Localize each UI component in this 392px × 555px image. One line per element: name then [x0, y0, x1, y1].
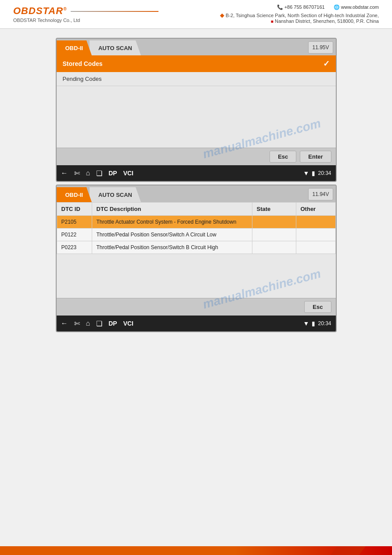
check-icon: ✓	[323, 59, 330, 69]
col-header-dtc-id: DTC ID	[57, 203, 92, 216]
battery-icon-2: ▮	[312, 320, 315, 327]
dtc-desc-cell: Throttle/Pedal Position Sensor/Switch B …	[92, 241, 252, 254]
dtc-id-cell: P0122	[57, 229, 92, 241]
clock-1: 20:34	[318, 170, 331, 176]
home-icon-1[interactable]: ⌂	[86, 169, 90, 177]
action-bar-1: Esc Enter	[57, 148, 336, 165]
col-header-state: State	[252, 203, 296, 216]
col-header-other: Other	[296, 203, 335, 216]
copy-icon-2[interactable]: ❏	[96, 319, 102, 328]
voltage-display-1: 11.95V	[308, 41, 333, 54]
screens-container: OBD-II AUTO SCAN 11.95V Stored Codes ✓ P…	[56, 38, 337, 335]
back-icon-1[interactable]: ←	[61, 169, 68, 177]
battery-icon-1: ▮	[312, 170, 315, 177]
col-header-description: DTC Description	[92, 203, 252, 216]
dtc-state-cell	[252, 241, 296, 254]
website-info: 🌐 www.obdstar.com	[334, 4, 379, 10]
table-row[interactable]: P2105 Throttle Actuator Control System -…	[57, 216, 335, 229]
clock-2: 20:34	[318, 320, 331, 326]
stored-codes-header: Stored Codes ✓	[57, 55, 336, 72]
pending-codes-label: Pending Codes	[57, 72, 336, 86]
screen1: OBD-II AUTO SCAN 11.95V Stored Codes ✓ P…	[56, 38, 337, 182]
table-row[interactable]: P0223 Throttle/Pedal Position Sensor/Swi…	[57, 241, 335, 254]
wifi-icon-2: ▼	[303, 320, 309, 327]
dp-icon-2[interactable]: DP	[108, 320, 117, 327]
vci-icon-2[interactable]: VCI	[123, 320, 133, 327]
tab-obd2-2[interactable]: OBD-II	[57, 187, 92, 202]
back-icon-2[interactable]: ←	[61, 319, 68, 327]
tab-bar-2: OBD-II AUTO SCAN 11.94V	[57, 185, 336, 202]
header-left: OBDSTAR® OBDSTAR Technology Co., Ltd	[13, 5, 158, 23]
tab-autoscan-2[interactable]: AUTO SCAN	[90, 187, 141, 202]
dp-icon-1[interactable]: DP	[108, 170, 117, 177]
screen2: OBD-II AUTO SCAN 11.94V DTC ID DTC Descr…	[56, 185, 337, 332]
logo-text: OBDSTAR®	[13, 5, 67, 17]
header-contact: 📞 +86 755 86707161 🌐 www.obdstar.com	[220, 4, 379, 10]
enter-button-1[interactable]: Enter	[300, 151, 331, 163]
tab-bar-1: OBD-II AUTO SCAN 11.95V	[57, 39, 336, 55]
esc-button-2[interactable]: Esc	[304, 301, 331, 313]
dtc-id-cell: P0223	[57, 241, 92, 254]
dtc-id-cell: P2105	[57, 216, 92, 229]
logo-area: OBDSTAR®	[13, 5, 158, 17]
dtc-table: DTC ID DTC Description State Other P2105…	[57, 202, 336, 254]
table-row[interactable]: P0122 Throttle/Pedal Position Sensor/Swi…	[57, 229, 335, 241]
scissor-icon-1[interactable]: ✄	[74, 169, 80, 178]
dtc-desc-cell: Throttle Actuator Control System - Force…	[92, 216, 252, 229]
header-right: 📞 +86 755 86707161 🌐 www.obdstar.com ◆ B…	[220, 4, 379, 24]
page-wrapper: OBDSTAR® OBDSTAR Technology Co., Ltd 📞 +…	[0, 0, 392, 555]
taskbar-1: ← ✄ ⌂ ❏ DP VCI ▼ ▮ 20:34	[57, 165, 336, 181]
voltage-display-2: 11.94V	[308, 188, 333, 200]
empty-content-area-2	[57, 254, 336, 298]
company-name: OBDSTAR Technology Co., Ltd	[13, 18, 158, 23]
action-bar-2: Esc	[57, 298, 336, 316]
dtc-desc-cell: Throttle/Pedal Position Sensor/Switch A …	[92, 229, 252, 241]
dtc-other-cell	[296, 241, 335, 254]
logo-line	[71, 11, 158, 12]
wifi-icon-1: ▼	[303, 170, 309, 177]
taskbar-right-1: ▼ ▮ 20:34	[303, 170, 331, 177]
scissor-icon-2[interactable]: ✄	[74, 319, 80, 328]
dtc-state-cell	[252, 216, 296, 229]
taskbar-2: ← ✄ ⌂ ❏ DP VCI ▼ ▮ 20:34	[57, 316, 336, 331]
tab-autoscan-1[interactable]: AUTO SCAN	[90, 40, 141, 55]
dtc-other-cell	[296, 229, 335, 241]
header: OBDSTAR® OBDSTAR Technology Co., Ltd 📞 +…	[0, 0, 392, 29]
dtc-other-cell	[296, 216, 335, 229]
phone-info: 📞 +86 755 86707161	[277, 4, 325, 10]
header-address: ◆ B-2, Tsinghua Science Park, North Sect…	[220, 12, 379, 24]
taskbar-right-2: ▼ ▮ 20:34	[303, 320, 331, 327]
dtc-state-cell	[252, 229, 296, 241]
tab-obd2-1[interactable]: OBD-II	[57, 40, 92, 55]
home-icon-2[interactable]: ⌂	[86, 319, 90, 327]
empty-content-area-1	[57, 86, 336, 148]
esc-button-1[interactable]: Esc	[270, 151, 296, 163]
copy-icon-1[interactable]: ❏	[96, 169, 102, 178]
vci-icon-1[interactable]: VCI	[123, 170, 133, 177]
footer-bar	[0, 546, 392, 555]
